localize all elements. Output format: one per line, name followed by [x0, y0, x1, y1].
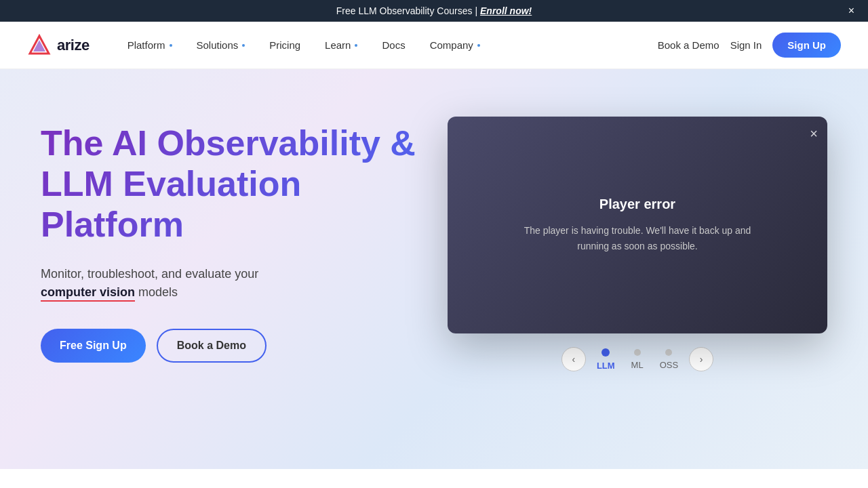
player-error-title: Player error — [599, 197, 675, 212]
announcement-text: Free LLM Observability Courses | — [336, 5, 477, 16]
book-demo-nav-link[interactable]: Book a Demo — [658, 39, 719, 51]
company-dropdown-dot — [477, 44, 480, 47]
hero-subtitle: Monitor, troubleshoot, and evaluate your… — [41, 265, 420, 302]
nav-item-docs[interactable]: Docs — [371, 34, 416, 56]
navbar: arize Platform Solutions Pricing Learn D… — [0, 22, 868, 69]
hero-title: The AI Observability & LLM Evaluation Pl… — [41, 123, 420, 245]
free-signup-button[interactable]: Free Sign Up — [41, 329, 146, 363]
hero-content-left: The AI Observability & LLM Evaluation Pl… — [41, 110, 420, 363]
platform-dropdown-dot — [170, 44, 172, 47]
logo[interactable]: arize — [27, 33, 90, 58]
nav-item-platform[interactable]: Platform — [117, 34, 183, 56]
carousel-dot-ml[interactable]: ML — [631, 349, 644, 370]
solutions-dropdown-dot — [242, 44, 245, 47]
social-proof-section: Top AI companies use Arize — [0, 469, 868, 488]
player-error-text: The player is having trouble. We'll have… — [522, 223, 753, 253]
video-player: × Player error The player is having trou… — [448, 117, 827, 333]
carousel-dot-llm[interactable]: LLM — [597, 348, 615, 371]
chevron-left-icon: ‹ — [572, 354, 576, 365]
announcement-bar: Free LLM Observability Courses | Enroll … — [0, 0, 868, 22]
nav-item-company[interactable]: Company — [419, 34, 491, 56]
hero-content-right: × Player error The player is having trou… — [448, 117, 827, 371]
logo-text: arize — [57, 37, 90, 54]
nav-item-learn[interactable]: Learn — [314, 34, 368, 56]
chevron-right-icon: › — [700, 354, 703, 365]
nav-links: Platform Solutions Pricing Learn Docs Co… — [117, 34, 658, 56]
close-announcement-icon[interactable]: × — [848, 5, 854, 17]
arize-logo-icon — [27, 33, 52, 58]
carousel-next-button[interactable]: › — [689, 347, 713, 371]
ml-dot-label: ML — [631, 360, 644, 370]
enroll-link[interactable]: Enroll now! — [480, 5, 532, 16]
hero-section: The AI Observability & LLM Evaluation Pl… — [0, 69, 868, 469]
hero-subtitle-suffix: models — [138, 285, 178, 299]
book-demo-hero-button[interactable]: Book a Demo — [157, 329, 267, 363]
oss-dot-label: OSS — [660, 360, 678, 370]
sign-in-nav-link[interactable]: Sign In — [730, 39, 762, 51]
hero-subtitle-prefix: Monitor, troubleshoot, and evaluate your — [41, 267, 258, 281]
llm-dot-indicator — [601, 348, 610, 357]
nav-item-solutions[interactable]: Solutions — [186, 34, 256, 56]
hero-buttons: Free Sign Up Book a Demo — [41, 329, 420, 363]
nav-item-pricing[interactable]: Pricing — [258, 34, 311, 56]
carousel-dot-oss[interactable]: OSS — [660, 349, 678, 370]
hero-highlight: computer vision — [41, 285, 135, 302]
carousel-controls: ‹ LLM ML OSS › — [448, 347, 827, 371]
nav-right: Book a Demo Sign In Sign Up — [658, 33, 841, 58]
carousel-dots: LLM ML OSS — [597, 348, 678, 371]
carousel-prev-button[interactable]: ‹ — [561, 347, 586, 371]
ml-dot-indicator — [634, 349, 641, 356]
oss-dot-indicator — [665, 349, 672, 356]
sign-up-button[interactable]: Sign Up — [772, 33, 841, 58]
llm-dot-label: LLM — [597, 361, 615, 371]
learn-dropdown-dot — [355, 44, 357, 47]
video-close-icon[interactable]: × — [810, 126, 818, 142]
